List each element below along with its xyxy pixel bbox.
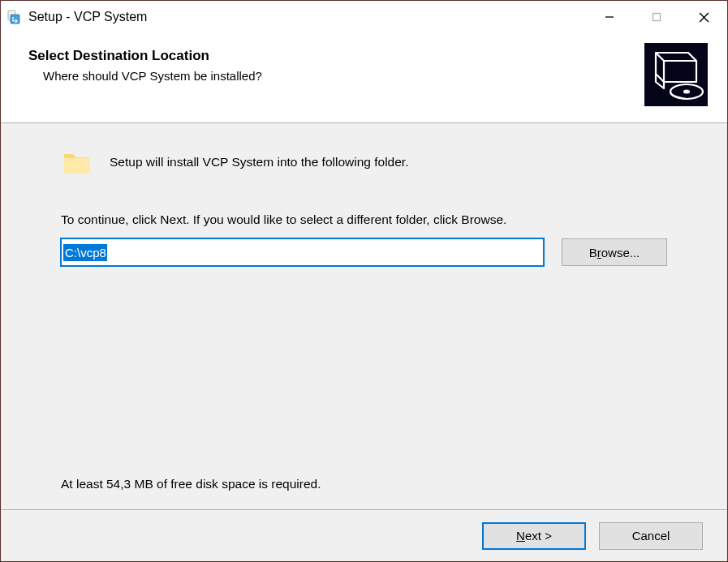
cancel-button[interactable]: Cancel <box>599 522 703 550</box>
page-subtitle: Where should VCP System be installed? <box>43 69 631 83</box>
wizard-footer: Next > Cancel <box>1 509 727 561</box>
wizard-content: Setup will install VCP System into the f… <box>1 123 727 509</box>
svg-rect-1 <box>11 15 19 24</box>
svg-point-8 <box>684 91 689 93</box>
page-title: Select Destination Location <box>28 48 631 64</box>
install-path-input[interactable]: C:\vcp8 <box>61 238 544 266</box>
install-path-value: C:\vcp8 <box>63 244 107 261</box>
install-intro-text: Setup will install VCP System into the f… <box>110 155 408 169</box>
folder-icon <box>61 146 93 178</box>
maximize-button <box>633 1 680 33</box>
minimize-button[interactable] <box>586 1 633 33</box>
next-button[interactable]: Next > <box>482 522 586 550</box>
close-button[interactable] <box>680 1 727 33</box>
continue-instruction-text: To continue, click Next. If you would li… <box>61 212 667 227</box>
setup-window: Setup - VCP System Select Destination Lo… <box>0 0 728 562</box>
browse-button[interactable]: Browse... <box>562 238 667 266</box>
window-title: Setup - VCP System <box>28 10 586 24</box>
wizard-header: Select Destination Location Where should… <box>1 33 727 123</box>
setup-icon <box>6 9 22 25</box>
disk-space-text: At least 54,3 MB of free disk space is r… <box>61 477 321 491</box>
titlebar: Setup - VCP System <box>1 1 727 33</box>
svg-rect-3 <box>653 14 661 21</box>
computer-disc-icon <box>644 43 708 106</box>
